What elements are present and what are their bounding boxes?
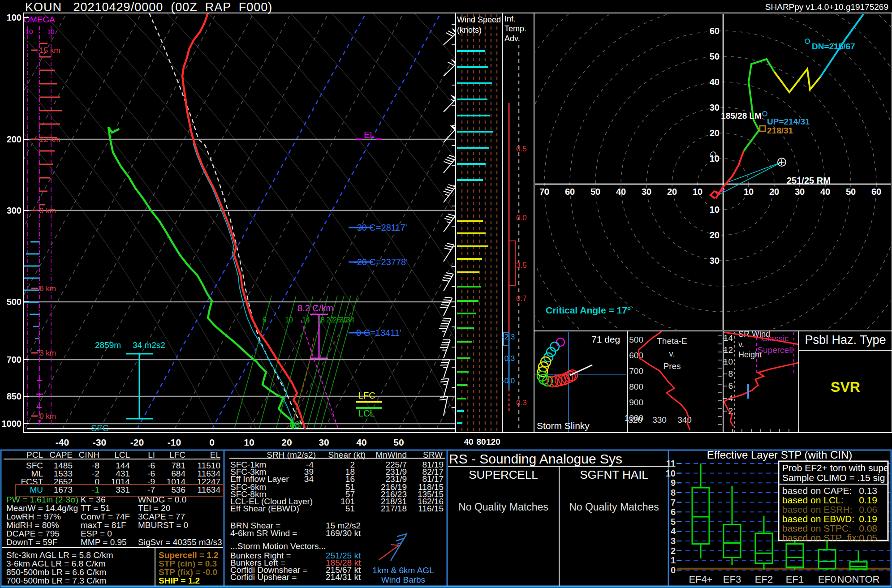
annotation: LCL bbox=[358, 408, 375, 418]
temp-adv-panel[interactable] bbox=[502, 13, 534, 433]
lapse-rate: 700-500mb LR = 7.3 C/km bbox=[6, 576, 106, 586]
temp-label: 30 bbox=[319, 437, 329, 447]
wind-barb bbox=[439, 318, 451, 337]
sars-column-header[interactable]: SUPERCELL bbox=[448, 468, 559, 481]
prob-row-value: 0.19 bbox=[859, 495, 877, 505]
hodo-axis-label: 10 bbox=[693, 187, 702, 197]
temp-adv-plot: Inf.Temp.Adv.0.50.03.50.7-2.3-0.3-0.00.3 bbox=[502, 14, 527, 429]
adv-value: 0.5 bbox=[516, 145, 527, 153]
stp-ytick: 11 bbox=[666, 459, 676, 468]
wind-barb bbox=[440, 340, 450, 358]
stp-box bbox=[692, 464, 709, 558]
hodo-ring-label: 10 bbox=[710, 205, 720, 215]
temperature-trace bbox=[182, 13, 305, 429]
sounding-title: KOUN 20210429/0000 (00Z RAP F000) bbox=[25, 1, 272, 14]
classic-supercell-label: Supercell bbox=[757, 345, 793, 355]
pressure-label: 100 bbox=[7, 13, 22, 22]
stp-ytick: 4 bbox=[671, 526, 676, 536]
hodo-ring-label: 50 bbox=[710, 52, 720, 61]
adv-value: 0.3 bbox=[516, 399, 527, 407]
hazard-title: Psbl Haz. Type bbox=[805, 333, 886, 347]
temp-label: -10 bbox=[168, 437, 181, 447]
storm-motion-header: ...Storm Motion Vectors... bbox=[230, 542, 326, 551]
stp-ytick: 5 bbox=[671, 517, 676, 527]
skewt-plot: 15 km12 km9 km6 km3 km0 km61014182226303… bbox=[0, 13, 892, 433]
adv-value: 3.5 bbox=[516, 261, 527, 270]
upshear-marker-label: UP=214/31 bbox=[767, 117, 810, 126]
hodo-axis-label: 20 bbox=[769, 187, 779, 197]
mixing-ratio-lines bbox=[234, 296, 358, 429]
stp-prob-box: Prob EF2+ torn with supeSample CLIMO = .… bbox=[779, 461, 889, 543]
thermo-stat: MBURST = 0 bbox=[138, 521, 188, 530]
prob-row-label: based on CAPE: bbox=[782, 485, 852, 496]
thetae-title: Theta-E bbox=[657, 336, 687, 346]
dewpoint-trace bbox=[108, 127, 293, 429]
adv-value: 0.7 bbox=[516, 294, 527, 303]
wind-panel-title: Wind Speed bbox=[457, 15, 501, 24]
barb-caption: Wind Barbs bbox=[363, 575, 444, 585]
stp-box bbox=[819, 541, 836, 570]
stp-prob-lines: Prob EF2+ torn with supeSample CLIMO = .… bbox=[779, 463, 889, 543]
wind-barb bbox=[444, 94, 457, 112]
temp-label: 50 bbox=[393, 437, 404, 447]
hodo-ring-label: 30 bbox=[710, 256, 720, 266]
skewt-annotations: EL-30 C=28117'-20 C=23778'0 C=13411'8.2 … bbox=[91, 130, 408, 433]
srh-cell: 51 bbox=[315, 504, 355, 514]
hodo-markers: DN=215/67185/28 LMUP=214/31218/31251/25 … bbox=[711, 39, 855, 185]
prob-row-label: based on ESRH: bbox=[782, 504, 852, 515]
sars-title: RS - Sounding Analogue Sys bbox=[449, 451, 622, 466]
stp-ytick: 7 bbox=[671, 498, 676, 507]
slinky-title: Storm Slinky bbox=[537, 421, 590, 431]
stp-category: NONTOR bbox=[837, 574, 880, 585]
mixing-ratio-label: 14 bbox=[302, 316, 310, 324]
sars-result: No Quality Matches bbox=[448, 502, 559, 513]
km-label: 0 km bbox=[39, 412, 56, 421]
stp-box bbox=[755, 516, 772, 570]
temp-label: 20 bbox=[281, 437, 292, 447]
stp-category: EF3 bbox=[723, 574, 741, 585]
srh-cell: 34 bbox=[273, 475, 314, 484]
wind-barb bbox=[440, 297, 452, 316]
hodo-axis-label: 30 bbox=[795, 187, 805, 197]
dry-adiabats bbox=[0, 13, 892, 429]
sars-column-header[interactable]: SGFNT HAIL bbox=[559, 468, 669, 481]
wind-speed-plot: Wind Speed(knots)4080120 bbox=[457, 14, 501, 446]
wind-panel-units: (knots) bbox=[457, 26, 482, 34]
wind-barb bbox=[440, 360, 450, 378]
srwind-title: v. bbox=[738, 340, 744, 349]
right-mover-label: 251/25 RM bbox=[787, 176, 831, 185]
km-label: 6 km bbox=[39, 284, 56, 293]
annotation: -30 C=28117' bbox=[354, 223, 407, 232]
cloud-layer-motion-label: 218/31 bbox=[767, 126, 793, 135]
temp-label: 10 bbox=[244, 437, 254, 447]
srh-cell: 217/18 bbox=[366, 504, 407, 514]
stp-ytick: 1 bbox=[671, 555, 676, 565]
thetae-plot: Theta-Ev.Pres500600700800900100032033034… bbox=[625, 331, 722, 430]
prob-row-label: based on STPC: bbox=[782, 523, 851, 533]
temp-label: 40 bbox=[356, 437, 366, 447]
stp-category: EF2 bbox=[755, 574, 773, 585]
wind-barb bbox=[444, 214, 455, 232]
sample-climo-label: Sample CLIMO = .15 sig bbox=[782, 472, 885, 483]
hodo-ring-label: 20 bbox=[710, 230, 720, 240]
thetae-ylabel: 800 bbox=[629, 382, 643, 391]
stp-ytick: 9 bbox=[671, 478, 676, 488]
srh-row-label: Eff Shear (EBWD) bbox=[230, 504, 299, 514]
parcel-level-markers bbox=[349, 139, 382, 408]
hazard-plot: Psbl Haz. TypeSVR bbox=[799, 333, 892, 395]
thetae-ylabel: 900 bbox=[629, 398, 643, 407]
hodo-axis-label: 30 bbox=[642, 187, 651, 197]
prob-ef2-label: Prob EF2+ torn with supe bbox=[782, 463, 889, 473]
critical-angle-label: Critical Angle = 17° bbox=[546, 305, 631, 315]
prob-row-label: based on EBWD: bbox=[782, 514, 854, 524]
inset-wind-barbs bbox=[379, 534, 407, 561]
mixing-ratio-labels: 610141822263034 bbox=[263, 316, 354, 324]
temp-label: -30 bbox=[93, 437, 106, 447]
stp-category: EF4+ bbox=[689, 574, 712, 585]
stp-ytick: 8 bbox=[671, 488, 676, 498]
stp-chart: Effective Layer STP (with CIN)0123456789… bbox=[666, 449, 890, 585]
wind-axis-label: 80 bbox=[476, 437, 486, 446]
left-mover-label: 185/28 LM bbox=[721, 111, 762, 120]
stp-category: EF0 bbox=[818, 574, 836, 585]
stp-ytick: 0 bbox=[671, 565, 676, 575]
